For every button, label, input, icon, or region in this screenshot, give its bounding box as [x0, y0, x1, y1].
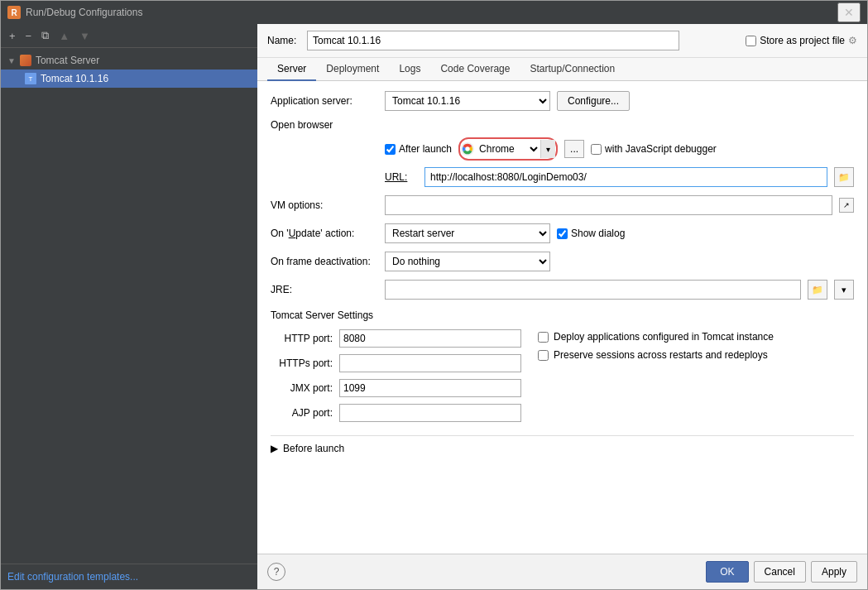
tab-startup-connection[interactable]: Startup/Connection	[520, 58, 625, 81]
move-down-button[interactable]: ▼	[76, 28, 94, 44]
chrome-icon	[461, 142, 474, 156]
http-port-input[interactable]	[339, 329, 521, 348]
config-item-icon: T	[24, 72, 37, 85]
on-frame-deactivation-select[interactable]: Do nothing Update classes and resources …	[385, 252, 550, 271]
cancel-button[interactable]: Cancel	[754, 561, 806, 583]
js-debugger-text: with JavaScript debugger	[605, 143, 717, 155]
open-browser-label: Open browser	[271, 119, 854, 131]
tab-deployment[interactable]: Deployment	[316, 58, 389, 81]
ports-section: HTTP port: HTTPs port: JMX port:	[271, 329, 521, 429]
deploy-apps-label: Deploy applications configured in Tomcat…	[554, 331, 774, 343]
js-debugger-label: with JavaScript debugger	[591, 143, 717, 155]
ajp-port-label: AJP port:	[271, 407, 333, 419]
app-server-row: Application server: Tomcat 10.1.16 Confi…	[271, 91, 854, 111]
add-config-button[interactable]: +	[6, 28, 19, 44]
right-panel: Name: Store as project file ⚙ Server Dep…	[257, 24, 867, 589]
name-label: Name:	[267, 35, 300, 46]
on-update-label: On 'Update' action:	[271, 228, 378, 239]
dialog-buttons: OK Cancel Apply	[706, 561, 857, 583]
tomcat-settings-section: Tomcat Server Settings HTTP port: HTTP	[271, 309, 854, 429]
app-icon: R	[7, 6, 21, 19]
vm-options-row: VM options: ↗	[271, 195, 854, 215]
tomcat-settings-title: Tomcat Server Settings	[271, 309, 854, 321]
config-name-input[interactable]	[307, 31, 679, 50]
config-item-label: Tomcat 10.1.16	[41, 73, 108, 84]
more-browsers-button[interactable]: ...	[564, 140, 584, 158]
url-folder-button[interactable]: 📁	[834, 167, 854, 187]
http-port-label: HTTP port:	[271, 333, 333, 344]
tomcat-options-section: Deploy applications configured in Tomcat…	[538, 329, 774, 361]
https-port-input[interactable]	[339, 354, 521, 372]
remove-config-button[interactable]: −	[22, 28, 36, 44]
configure-button[interactable]: Configure...	[557, 91, 630, 111]
jmx-port-input[interactable]	[339, 379, 521, 397]
help-button[interactable]: ?	[267, 563, 285, 581]
name-bar: Name: Store as project file ⚙	[257, 24, 867, 58]
tomcat-10116-item[interactable]: T Tomcat 10.1.16	[1, 70, 257, 88]
deploy-apps-row: Deploy applications configured in Tomcat…	[538, 331, 774, 343]
preserve-sessions-row: Preserve sessions across restarts and re…	[538, 349, 774, 361]
on-frame-deactivation-row: On frame deactivation: Do nothing Update…	[271, 252, 854, 271]
show-dialog-label: Show dialog	[557, 228, 625, 239]
tab-logs[interactable]: Logs	[389, 58, 430, 81]
store-as-project-label: Store as project file	[760, 35, 845, 46]
bottom-bar: ? OK Cancel Apply	[257, 554, 867, 589]
js-debugger-checkbox[interactable]	[591, 144, 602, 155]
on-update-label-text: On 'Update' action:	[271, 228, 354, 239]
jre-arrow-button[interactable]: ▾	[834, 280, 854, 300]
on-update-select[interactable]: Restart server Update classes and resour…	[385, 223, 550, 243]
edit-templates-link[interactable]: Edit configuration templates...	[7, 571, 138, 583]
tab-code-coverage[interactable]: Code Coverage	[430, 58, 520, 81]
vm-options-input[interactable]	[385, 195, 832, 215]
jre-folder-button[interactable]: 📁	[808, 280, 827, 300]
preserve-sessions-label: Preserve sessions across restarts and re…	[554, 349, 768, 361]
url-input[interactable]	[424, 167, 827, 187]
after-launch-checkbox-label: After launch	[385, 143, 452, 155]
move-up-button[interactable]: ▲	[55, 28, 73, 44]
jre-input[interactable]	[385, 280, 801, 300]
chrome-dropdown-arrow[interactable]: ▾	[540, 140, 555, 158]
close-button[interactable]: ✕	[837, 2, 861, 22]
after-launch-label: After launch	[399, 143, 452, 155]
url-label: URL:	[385, 171, 418, 183]
browser-row: After launch	[271, 137, 854, 161]
config-tree: ▼ Tomcat Server T Tomcat 10.1.16	[1, 48, 257, 564]
group-label: Tomcat Server	[36, 55, 99, 66]
http-port-row: HTTP port:	[271, 329, 521, 348]
on-frame-deactivation-label: On frame deactivation:	[271, 256, 378, 267]
after-launch-checkbox[interactable]	[385, 144, 396, 155]
show-dialog-text: Show dialog	[571, 228, 625, 239]
on-update-row: On 'Update' action: Restart server Updat…	[271, 223, 854, 243]
chrome-dropdown-select[interactable]: Chrome Firefox Edge	[474, 140, 540, 158]
before-launch-header[interactable]: ▶ Before launch	[271, 443, 854, 454]
sidebar: + − ⧉ ▲ ▼ ▼ Tomcat Server T	[1, 24, 257, 589]
window-title: Run/Debug Configurations	[26, 7, 142, 18]
vm-expand-button[interactable]: ↗	[839, 198, 854, 213]
url-row: URL: 📁	[271, 167, 854, 187]
jre-label: JRE:	[271, 284, 378, 295]
before-launch-section: ▶ Before launch	[271, 435, 854, 454]
jmx-port-row: JMX port:	[271, 379, 521, 397]
preserve-sessions-checkbox[interactable]	[538, 350, 549, 361]
ajp-port-input[interactable]	[339, 404, 521, 422]
apply-button[interactable]: Apply	[811, 561, 857, 583]
title-bar: R Run/Debug Configurations ✕	[1, 1, 867, 24]
tomcat-server-group[interactable]: ▼ Tomcat Server	[1, 51, 257, 70]
jmx-port-label: JMX port:	[271, 382, 333, 394]
ok-button[interactable]: OK	[706, 561, 748, 583]
sidebar-bottom: Edit configuration templates...	[1, 564, 257, 589]
https-port-label: HTTPs port:	[271, 357, 333, 369]
tomcat-group-icon	[19, 54, 32, 67]
svg-point-2	[465, 146, 469, 151]
tab-server[interactable]: Server	[267, 58, 316, 81]
app-server-select[interactable]: Tomcat 10.1.16	[385, 91, 550, 111]
store-gear-icon: ⚙	[848, 35, 857, 46]
store-as-project-checkbox[interactable]	[746, 36, 756, 46]
copy-config-button[interactable]: ⧉	[38, 27, 52, 44]
ajp-port-row: AJP port:	[271, 404, 521, 422]
jre-row: JRE: 📁 ▾	[271, 280, 854, 300]
deploy-apps-checkbox[interactable]	[538, 332, 549, 343]
vm-options-label: VM options:	[271, 199, 378, 211]
show-dialog-checkbox[interactable]	[557, 228, 568, 239]
group-chevron: ▼	[7, 56, 16, 65]
